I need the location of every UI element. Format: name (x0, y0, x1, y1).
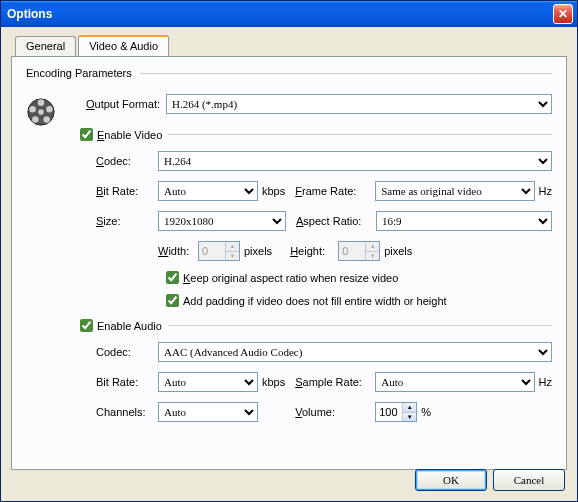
audio-bitrate-unit: kbps (262, 376, 285, 388)
tab-video-audio[interactable]: Video & Audio (78, 35, 169, 56)
audio-bitrate-select[interactable]: Auto (158, 372, 258, 392)
audio-volume-spinner[interactable]: 100 ▲▼ (375, 402, 417, 422)
enable-video-label: Enable Video (97, 129, 162, 141)
output-format-select[interactable]: H.264 (*.mp4) (166, 94, 552, 114)
svg-point-2 (38, 99, 45, 106)
svg-point-1 (38, 109, 44, 115)
add-padding-checkbox[interactable] (166, 294, 179, 307)
client-area: General Video & Audio Encoding Parameter… (1, 27, 577, 480)
window-title: Options (7, 7, 52, 21)
chevron-up-icon[interactable]: ▲ (225, 242, 239, 252)
video-bitrate-label: Bit Rate: (96, 185, 158, 197)
svg-point-3 (46, 106, 53, 113)
video-bitrate-select[interactable]: Auto (158, 181, 258, 201)
video-width-spinner[interactable]: 0 ▲▼ (198, 241, 240, 261)
audio-samplerate-select[interactable]: Auto (375, 372, 534, 392)
audio-channels-label: Channels: (96, 406, 158, 418)
audio-channels-select[interactable]: Auto (158, 402, 258, 422)
options-dialog: Options ✕ General Video & Audio Encoding… (0, 0, 578, 502)
video-height-spinner[interactable]: 0 ▲▼ (338, 241, 380, 261)
film-reel-icon (26, 97, 56, 127)
keep-aspect-checkbox[interactable] (166, 271, 179, 284)
enable-video-checkbox[interactable] (80, 128, 93, 141)
video-bitrate-unit: kbps (262, 185, 285, 197)
video-width-unit: pixels (244, 245, 272, 257)
video-codec-select[interactable]: H.264 (158, 151, 552, 171)
chevron-up-icon[interactable]: ▲ (365, 242, 379, 252)
video-height-label: Height: (290, 245, 338, 257)
keep-aspect-label: Keep original aspect ratio when resize v… (183, 272, 398, 284)
svg-point-5 (32, 116, 39, 123)
close-button[interactable]: ✕ (553, 4, 573, 24)
audio-codec-select[interactable]: AAC (Advanced Audio Codec) (158, 342, 552, 362)
video-framerate-label: Frame Rate: (295, 185, 375, 197)
video-aspect-select[interactable]: 16:9 (376, 211, 552, 231)
enable-audio-label: Enable Audio (97, 320, 162, 332)
chevron-down-icon[interactable]: ▼ (365, 252, 379, 261)
encoding-fieldset: Encoding Parameters (26, 73, 552, 74)
svg-point-6 (29, 106, 36, 113)
ok-button[interactable]: OK (415, 469, 487, 491)
add-padding-label: Add padding if video does not fill entir… (183, 295, 447, 307)
audio-samplerate-unit: Hz (539, 376, 552, 388)
tabstrip: General Video & Audio (15, 35, 567, 56)
video-size-select[interactable]: 1920x1080 (158, 211, 286, 231)
audio-samplerate-label: Sample Rate: (295, 376, 375, 388)
output-format-label: Output Format: (80, 98, 166, 110)
video-size-label: Size: (96, 215, 158, 227)
button-bar: OK Cancel (415, 469, 565, 491)
audio-codec-label: Codec: (96, 346, 158, 358)
cancel-button[interactable]: Cancel (493, 469, 565, 491)
audio-bitrate-label: Bit Rate: (96, 376, 158, 388)
video-height-unit: pixels (384, 245, 412, 257)
chevron-down-icon[interactable]: ▼ (402, 413, 416, 422)
svg-point-4 (43, 116, 50, 123)
chevron-up-icon[interactable]: ▲ (402, 403, 416, 413)
video-aspect-label: Aspect Ratio: (296, 215, 376, 227)
audio-volume-unit: % (421, 406, 431, 418)
titlebar: Options ✕ (1, 1, 577, 27)
chevron-down-icon[interactable]: ▼ (225, 252, 239, 261)
video-width-label: Width: (158, 245, 198, 257)
enable-audio-checkbox[interactable] (80, 319, 93, 332)
video-framerate-select[interactable]: Same as original video (375, 181, 534, 201)
encoding-legend: Encoding Parameters (26, 67, 138, 79)
video-framerate-unit: Hz (539, 185, 552, 197)
close-icon: ✕ (558, 7, 568, 21)
audio-volume-label: Volume: (295, 406, 375, 418)
video-codec-label: Codec: (96, 155, 158, 167)
tab-general[interactable]: General (15, 36, 76, 57)
tab-panel: Encoding Parameters Output Format: (11, 56, 567, 470)
